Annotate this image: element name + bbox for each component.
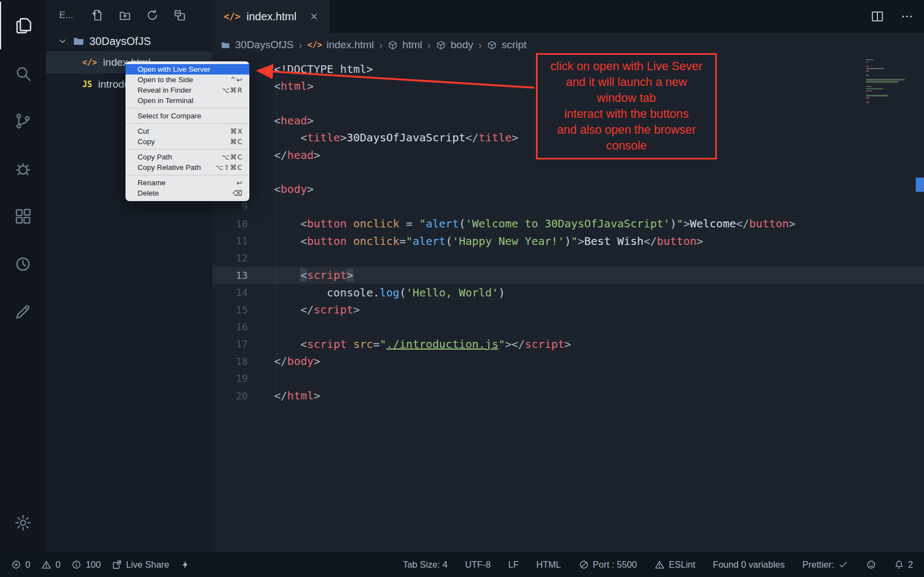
status-encoding[interactable]: UTF-8 [465,559,491,570]
activity-bar-item-history[interactable] [0,240,46,288]
status-error-count[interactable]: 0 [11,559,30,570]
status-info-count[interactable]: 100 [71,559,101,570]
code-line-20[interactable]: 20</html> [213,387,924,404]
activity-bar-item-feedback[interactable] [0,288,46,335]
menu-item-copy[interactable]: Copy⌘C [126,136,249,147]
activity-bar-item-search[interactable] [0,49,46,97]
code-token: > [512,131,518,144]
minimap-line [866,68,884,70]
breadcrumb-item-body[interactable]: body [436,39,473,51]
new-folder-icon[interactable] [118,9,132,22]
menu-item-label: Delete [138,189,159,197]
status-feedback-smiley[interactable] [866,559,876,570]
minimap-line [866,75,869,76]
breadcrumb-item-script[interactable]: script [487,39,526,51]
activity-bar-item-extensions[interactable] [0,192,46,240]
menu-item-rename[interactable]: Rename↩ [126,178,249,188]
code-token: " [571,235,578,248]
line-content: <title>30DaysOfJavaScript</title> [248,131,518,144]
breadcrumb-item-html[interactable]: html [387,39,422,51]
code-line-10[interactable]: 10 <button onclick = "alert('Welcome to … [213,215,924,232]
code-line-11[interactable]: 11 <button onclick="alert('Happy New Yea… [213,232,924,249]
tree-root-folder[interactable]: 30DaysOfJS [46,31,213,52]
menu-item-open-to-the-side[interactable]: Open to the Side^↩ [126,75,249,85]
status-prettier[interactable]: Prettier: [802,559,848,570]
code-token [274,268,300,282]
status-language-mode[interactable]: HTML [537,559,561,570]
line-content: <button onclick = "alert('Welcome to 30D… [248,217,795,230]
code-line-15[interactable]: 15 </script> [213,301,924,318]
menu-item-cut[interactable]: Cut⌘X [126,126,249,136]
status-tab-size[interactable]: Tab Size: 4 [403,559,448,570]
code-token: > [353,303,360,316]
menu-item-label: Select for Compare [138,112,201,120]
code-line-9[interactable]: 9 [213,198,924,215]
line-number: 9 [213,201,248,212]
activity-bar-item-settings[interactable] [0,499,46,546]
menu-item-select-for-compare[interactable]: Select for Compare [126,111,249,121]
split-editor-icon[interactable] [870,9,885,24]
code-line-8[interactable]: 8<body> [213,181,924,198]
status-warning-count[interactable]: 0 [41,559,60,570]
new-file-icon[interactable] [91,9,104,22]
status-notifications[interactable]: 2 [894,559,913,570]
code-token: < [300,338,307,351]
code-line-19[interactable]: 19 [213,370,924,387]
editor-actions [870,0,914,33]
code-line-16[interactable]: 16 [213,318,924,335]
menu-item-copy-relative-path[interactable]: Copy Relative Path⌥⇧⌘C [126,162,249,173]
code-token: onclick [353,235,400,248]
status-label: Tab Size: 4 [403,559,448,570]
menu-item-delete[interactable]: Delete⌫ [126,188,249,198]
refresh-icon[interactable] [146,9,159,22]
code-line-12[interactable]: 12 [213,249,924,266]
status-go-live[interactable] [180,559,191,570]
code-token [274,286,327,299]
breadcrumb-item-30DaysOfJS[interactable]: 30DaysOfJS [220,39,294,51]
status-eslint[interactable]: ESLint [654,559,695,570]
warning-icon [654,559,665,570]
code-line-17[interactable]: 17 <script src="./introduction.js"></scr… [213,335,924,352]
code-token: html [281,79,307,93]
code-token: " [419,217,426,230]
status-eol[interactable]: LF [508,559,518,570]
status-port[interactable]: Port : 5500 [579,559,637,570]
status-label: Prettier: [802,559,834,570]
code-line-7[interactable]: 7 [213,163,924,180]
menu-item-reveal-in-finder[interactable]: Reveal in Finder⌥⌘R [126,85,249,95]
code-token: ) [498,286,505,299]
status-live-share[interactable]: Live Share [112,559,169,570]
breadcrumb-item-index.html[interactable]: </>index.html [307,39,374,51]
status-variables[interactable]: Found 0 variables [713,559,785,570]
more-actions-icon[interactable] [900,9,914,24]
collapse-icon[interactable] [173,9,186,22]
minimap[interactable] [866,58,916,104]
activity-bar-item-explorer[interactable] [0,2,46,49]
code-token: > [789,217,795,230]
code-token [274,303,300,316]
menu-item-label: Open in Terminal [138,96,193,105]
menu-item-copy-path[interactable]: Copy Path⌥⌘C [126,152,249,162]
minimap-line [866,88,883,90]
code-token: head [281,114,307,127]
code-line-13[interactable]: 13 <script> [213,267,924,284]
check-icon [838,559,848,570]
annotation-line: and also open the browser [540,122,713,138]
smiley-icon [866,559,876,570]
tab-index-html[interactable]: </> index.html [213,0,330,33]
menu-item-open-with-live-server[interactable]: Open with Live Server [126,64,249,75]
breadcrumb-label: html [402,39,422,51]
close-icon[interactable] [309,12,319,21]
code-line-18[interactable]: 18</body> [213,353,924,370]
menu-item-shortcut: ^↩ [230,76,243,84]
activity-bar-item-source-control[interactable] [0,97,46,145]
menu-item-open-in-terminal[interactable]: Open in Terminal [126,95,249,106]
code-token: " [406,235,413,248]
code-token: button [307,217,346,230]
code-line-14[interactable]: 14 console.log('Hello, World') [213,284,924,301]
code-token: 'Happy New Year!' [452,235,564,248]
breadcrumb-label: 30DaysOfJS [235,39,294,51]
activity-bar-item-debug[interactable] [0,145,46,192]
status-label: 0 [55,559,60,570]
menu-item-label: Open with Live Server [138,65,210,73]
